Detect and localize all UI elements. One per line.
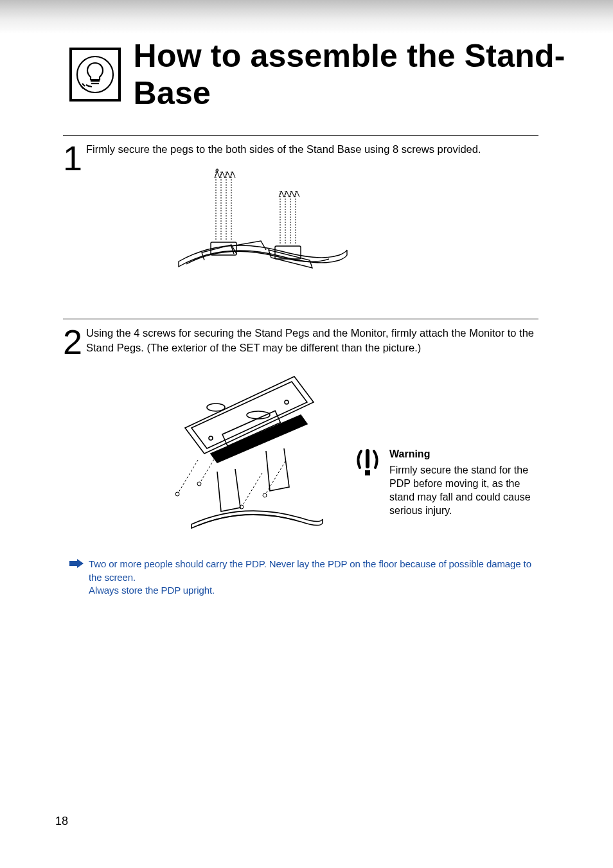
page-number: 18 — [55, 815, 68, 828]
arrow-right-icon — [69, 559, 84, 568]
step-text: Firmly secure the pegs to the both sides… — [86, 142, 538, 156]
svg-marker-29 — [69, 559, 84, 568]
svg-line-20 — [200, 450, 220, 482]
step-1: 1 Firmly secure the pegs to the both sid… — [63, 135, 538, 293]
svg-line-21 — [243, 473, 262, 505]
note-text: Two or more people should carry the PDP.… — [89, 558, 545, 598]
warning-title: Warning — [389, 447, 538, 461]
svg-point-13 — [207, 403, 225, 411]
svg-point-15 — [209, 436, 213, 440]
step-text: Using the 4 screws for securing the Stan… — [86, 326, 538, 355]
warning-text: Warning Firmly secure the stand for the … — [389, 447, 538, 518]
step-number: 1 — [63, 141, 82, 175]
step-2-figure — [172, 370, 339, 546]
manual-page: How to assemble the Stand-Base 1 Firmly … — [0, 0, 613, 868]
svg-point-26 — [263, 493, 267, 497]
content-area: 1 Firmly secure the pegs to the both sid… — [63, 135, 538, 559]
warning-body: Firmly secure the stand for the PDP befo… — [389, 463, 538, 517]
svg-point-23 — [175, 492, 179, 496]
page-header: How to assemble the Stand-Base — [69, 37, 613, 112]
monitor-stand-diagram-icon — [172, 370, 339, 544]
svg-marker-18 — [211, 415, 307, 463]
note-block: Two or more people should carry the PDP.… — [69, 558, 545, 598]
note-line-2: Always store the PDP upright. — [89, 585, 215, 596]
svg-line-19 — [179, 460, 198, 492]
exclamation-icon — [352, 447, 383, 478]
svg-point-16 — [285, 400, 289, 404]
header-gradient — [0, 0, 613, 33]
note-line-1: Two or more people should carry the PDP.… — [89, 558, 531, 583]
warning-block: Warning Firmly secure the stand for the … — [352, 447, 538, 518]
page-title: How to assemble the Stand-Base — [134, 37, 613, 112]
lightbulb-hand-icon — [69, 48, 121, 102]
svg-rect-28 — [365, 470, 370, 475]
step-number: 2 — [63, 324, 82, 359]
step-2: 2 Using the 4 screws for securing the St… — [63, 319, 538, 546]
svg-point-24 — [197, 482, 201, 486]
step-1-figure — [63, 165, 538, 293]
stand-base-diagram-icon — [140, 165, 371, 290]
